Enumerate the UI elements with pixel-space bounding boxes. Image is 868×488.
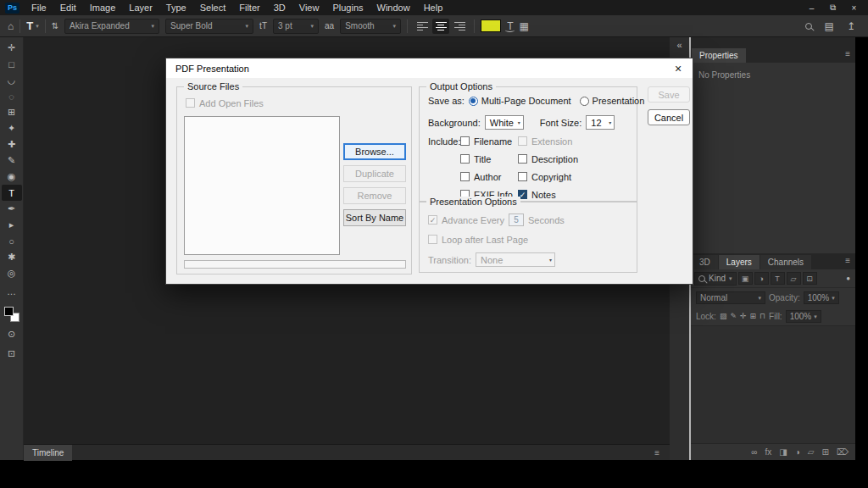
presentation-radio[interactable]: Presentation — [580, 96, 645, 106]
source-files-scrollbar[interactable] — [184, 260, 406, 269]
lock-transparency-icon[interactable]: ▨ — [720, 312, 727, 320]
tab-channels[interactable]: Channels — [760, 255, 811, 269]
lock-all-icon[interactable]: ⊓ — [760, 312, 765, 320]
source-files-list[interactable] — [184, 116, 340, 255]
tab-timeline[interactable]: Timeline — [24, 445, 72, 461]
move-tool[interactable]: ✛ — [2, 40, 22, 56]
pen-tool[interactable]: ✒ — [2, 201, 22, 217]
shape-tool[interactable]: ○ — [2, 233, 22, 249]
close-button[interactable]: × — [843, 3, 865, 13]
multi-page-document-radio[interactable]: Multi-Page Document — [469, 96, 571, 106]
filter-type-layers-icon[interactable]: T — [771, 272, 785, 285]
menu-type[interactable]: Type — [159, 0, 193, 15]
filename-checkbox[interactable]: Filename — [460, 136, 518, 147]
menu-plugins[interactable]: Plugins — [326, 0, 370, 15]
filter-shape-layers-icon[interactable]: ▱ — [787, 272, 801, 285]
tab-3d[interactable]: 3D — [692, 255, 718, 269]
type-tool[interactable]: T — [2, 185, 22, 201]
zoom-tool[interactable]: ◎ — [2, 265, 22, 281]
search-icon[interactable] — [805, 23, 812, 30]
edit-toolbar-icon[interactable]: … — [2, 283, 22, 299]
new-group-icon[interactable]: ▱ — [808, 447, 815, 457]
layers-menu-icon[interactable]: ≡ — [845, 256, 850, 265]
brush-tool[interactable]: ✎ — [2, 152, 22, 169]
eyedropper-tool[interactable]: ✦ — [2, 120, 22, 136]
filter-adjustment-layers-icon[interactable]: ◑ — [754, 272, 769, 285]
spot-healing-tool[interactable]: ✚ — [2, 136, 22, 152]
text-orientation-icon[interactable]: ⇅ — [52, 22, 58, 30]
cancel-button[interactable]: Cancel — [648, 109, 690, 125]
tool-preset-dropdown[interactable]: T ▾ — [26, 19, 38, 32]
adjustment-layer-icon[interactable]: ◑ — [795, 447, 800, 457]
blend-mode-select[interactable]: Normal ▾ — [696, 291, 765, 304]
menu-filter[interactable]: Filter — [232, 0, 266, 15]
menu-window[interactable]: Window — [370, 0, 417, 15]
browse-button[interactable]: Browse... — [343, 143, 406, 160]
color-swatches[interactable] — [3, 306, 20, 323]
align-left-icon[interactable] — [414, 19, 431, 34]
align-right-icon[interactable] — [451, 19, 468, 34]
path-selection-tool[interactable]: ▸ — [2, 217, 22, 233]
description-checkbox[interactable]: Description — [518, 153, 606, 164]
pdf-font-size-select[interactable]: 12 ▾ — [586, 115, 615, 130]
tab-layers[interactable]: Layers — [719, 255, 760, 269]
share-icon[interactable]: ↥ — [847, 21, 855, 31]
fill-select[interactable]: 100% ▾ — [786, 310, 821, 323]
tab-properties[interactable]: Properties — [692, 48, 746, 63]
menu-view[interactable]: View — [292, 0, 326, 15]
home-icon[interactable]: ⌂ — [8, 21, 14, 31]
menu-layer[interactable]: Layer — [122, 0, 159, 15]
layer-style-icon[interactable]: fx — [765, 447, 771, 457]
add-mask-icon[interactable]: ◨ — [779, 447, 787, 457]
font-size-select[interactable]: 3 pt ▾ — [273, 19, 319, 34]
lock-image-icon[interactable]: ✎ — [730, 312, 737, 320]
menu-3d[interactable]: 3D — [267, 0, 292, 15]
author-checkbox[interactable]: Author — [460, 171, 518, 182]
dialog-titlebar[interactable]: PDF Presentation × — [166, 58, 693, 78]
properties-menu-icon[interactable]: ≡ — [845, 49, 850, 58]
foreground-color-swatch[interactable] — [4, 307, 14, 316]
layers-list[interactable] — [691, 325, 855, 443]
anti-alias-select[interactable]: Smooth ▾ — [340, 19, 401, 34]
notes-checkbox[interactable]: ✓Notes — [518, 189, 606, 200]
layer-filter-select[interactable]: Kind ▾ — [694, 272, 737, 286]
copyright-checkbox[interactable]: Copyright — [518, 171, 606, 182]
delete-layer-icon[interactable]: ⌦ — [837, 447, 849, 457]
link-layers-icon[interactable]: ∞ — [751, 447, 757, 457]
hand-tool[interactable]: ✱ — [2, 249, 22, 265]
new-layer-icon[interactable]: ⊞ — [821, 447, 828, 457]
screen-mode-icon[interactable]: ⊡ — [2, 346, 22, 362]
align-center-icon[interactable] — [432, 19, 449, 34]
lock-artboard-icon[interactable]: ⊞ — [750, 312, 757, 320]
panels-toggle-icon[interactable]: ▦ — [519, 21, 528, 31]
menu-edit[interactable]: Edit — [53, 0, 83, 15]
opacity-select[interactable]: 100% ▾ — [804, 291, 839, 304]
menu-help[interactable]: Help — [417, 0, 450, 15]
minimize-button[interactable]: – — [801, 3, 822, 13]
quick-mask-icon[interactable]: ⊙ — [2, 326, 22, 342]
restore-button[interactable]: ⧉ — [822, 3, 843, 13]
dialog-close-button[interactable]: × — [664, 58, 693, 78]
lasso-tool[interactable]: ◡ — [2, 72, 22, 88]
object-selection-tool[interactable]: ◌ — [2, 88, 22, 104]
title-checkbox[interactable]: Title — [460, 153, 518, 164]
font-style-select[interactable]: Super Bold ▾ — [165, 19, 253, 34]
background-select[interactable]: White ▾ — [485, 115, 524, 130]
menu-select[interactable]: Select — [193, 0, 233, 15]
menu-image[interactable]: Image — [83, 0, 123, 15]
font-family-select[interactable]: Akira Expanded ▾ — [64, 19, 159, 34]
filter-pixel-layers-icon[interactable]: ▣ — [738, 272, 753, 285]
filter-toggle-icon[interactable]: ● — [846, 274, 852, 282]
sort-by-name-button[interactable]: Sort By Name — [343, 209, 406, 226]
warp-text-icon[interactable]: T — [507, 21, 513, 31]
collapse-panels-icon[interactable]: « — [670, 40, 689, 50]
timeline-menu-icon[interactable]: ≡ — [654, 448, 659, 458]
marquee-tool[interactable]: □ — [2, 56, 22, 72]
type-color-swatch[interactable] — [481, 19, 501, 32]
crop-tool[interactable]: ⊞ — [2, 104, 22, 120]
clone-stamp-tool[interactable]: ◉ — [2, 169, 22, 185]
workspace-icon[interactable]: ▤ — [825, 21, 834, 31]
menu-file[interactable]: File — [25, 0, 53, 15]
filter-smart-objects-icon[interactable]: ⊡ — [803, 272, 817, 285]
lock-position-icon[interactable]: ✛ — [740, 312, 747, 320]
